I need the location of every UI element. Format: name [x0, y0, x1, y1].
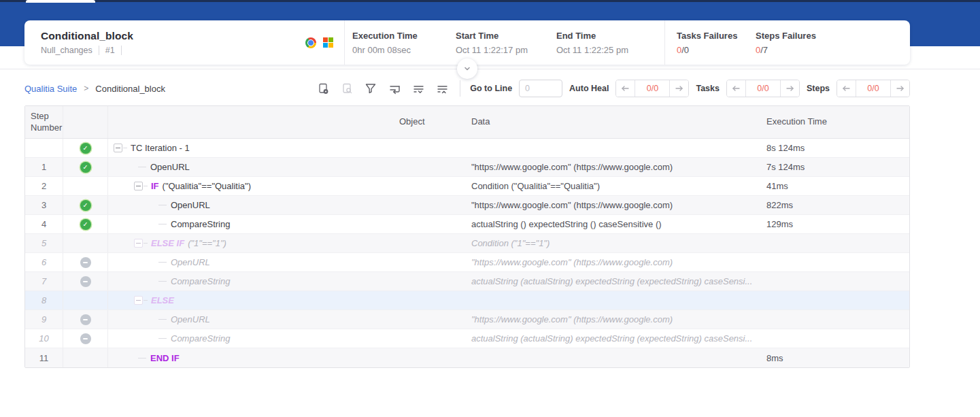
- keyword-label: ELSE: [151, 295, 174, 305]
- object-cell: [394, 253, 466, 271]
- data-cell: "https://www.google.com" (https://www.go…: [466, 253, 761, 271]
- table-row[interactable]: 11END IF8ms: [25, 348, 909, 367]
- metric-start-time: Start Time Oct 11 1:22:17 pm: [448, 20, 549, 65]
- auto-heal-label: Auto Heal: [569, 84, 609, 93]
- execution-time-cell: 822ms: [761, 196, 909, 214]
- metric-execution-time: Execution Time 0hr 00m 08sec: [345, 20, 448, 65]
- data-cell: actualString (actualString) expectedStri…: [466, 272, 761, 290]
- collapse-node-icon[interactable]: [134, 182, 143, 190]
- step-name-cell: END IF: [108, 348, 394, 367]
- tasks-stepper: 0/0: [726, 80, 800, 97]
- filter-icon[interactable]: [364, 82, 377, 95]
- object-cell: [394, 272, 466, 290]
- testcase-summary: Conditional_block Null_changes #1: [24, 20, 344, 65]
- table-row[interactable]: 4✓CompareStringactualString () expectedS…: [25, 215, 909, 234]
- header-object: Object: [394, 106, 466, 138]
- report-search-icon[interactable]: [340, 82, 354, 95]
- step-name-cell: OpenURL: [108, 253, 394, 271]
- object-cell: [394, 348, 466, 367]
- divider: [121, 46, 122, 55]
- pass-icon: ✓: [80, 162, 91, 173]
- step-number-cell: 3: [25, 196, 63, 214]
- execution-time-cell: [761, 310, 909, 329]
- step-name-label: TC Iteration - 1: [131, 143, 190, 153]
- header-name: [108, 106, 394, 138]
- step-name-cell: CompareString: [108, 272, 394, 290]
- table-row[interactable]: 3✓OpenURL"https://www.google.com" (https…: [25, 196, 909, 215]
- step-name-label: ("Qualitia"=="Qualitia"): [163, 181, 251, 191]
- steps-next-button[interactable]: [891, 80, 909, 97]
- step-name-label: CompareString: [171, 276, 230, 286]
- collapse-node-icon[interactable]: [114, 144, 122, 152]
- execution-time-cell: 8s 124ms: [761, 139, 909, 157]
- collapse-node-icon[interactable]: [134, 239, 143, 248]
- collapse-all-icon[interactable]: [435, 82, 449, 95]
- skip-icon: [80, 314, 91, 325]
- divider: [460, 80, 460, 97]
- tasks-next-button[interactable]: [781, 80, 799, 97]
- breadcrumb-current: Conditional_block: [95, 84, 165, 94]
- object-cell: [394, 177, 466, 195]
- execution-time-cell: [761, 291, 909, 310]
- tree-connector: [158, 338, 167, 339]
- step-name-cell: ELSE IF("1"=="1"): [108, 234, 394, 252]
- report-toolbar: Go to Line Auto Heal 0/0 Tasks 0/0 Steps…: [316, 80, 910, 97]
- collapse-node-icon[interactable]: [134, 296, 143, 305]
- tree-connector: [158, 281, 167, 282]
- auto-heal-prev-button[interactable]: [616, 80, 635, 97]
- expand-all-icon[interactable]: [411, 82, 425, 95]
- step-number-cell: 2: [25, 177, 63, 195]
- header-execution-time: Execution Time: [761, 106, 909, 138]
- goto-line-icon[interactable]: [388, 82, 401, 95]
- auto-heal-next-button[interactable]: [670, 80, 688, 97]
- execution-time-cell: [761, 329, 909, 348]
- testcase-title: Conditional_block: [41, 30, 344, 42]
- table-row[interactable]: 8ELSE: [25, 291, 909, 310]
- table-row[interactable]: 10CompareStringactualString (actualStrin…: [25, 329, 909, 348]
- windows-icon: [323, 37, 333, 48]
- data-cell: [466, 291, 761, 310]
- active-tab-indicator[interactable]: [26, 0, 95, 3]
- table-row[interactable]: 6OpenURL"https://www.google.com" (https:…: [25, 253, 909, 272]
- skip-icon: [80, 333, 91, 344]
- steps-prev-button[interactable]: [837, 80, 856, 97]
- tasks-counter: 0/0: [745, 80, 781, 97]
- collapse-summary-button[interactable]: [457, 59, 477, 79]
- status-cell: [63, 329, 108, 348]
- keyword-label: ELSE IF: [151, 238, 184, 248]
- metric-end-time: End Time Oct 11 1:22:25 pm: [549, 20, 664, 65]
- table-row[interactable]: 9OpenURL"https://www.google.com" (https:…: [25, 310, 909, 329]
- tree-connector: [123, 148, 127, 148]
- metric-steps-failures: Steps Failures 0/7: [744, 20, 846, 65]
- step-number-cell: [25, 139, 63, 157]
- skip-icon: [80, 276, 91, 287]
- table-row[interactable]: 2IF("Qualitia"=="Qualitia")Condition ("Q…: [25, 177, 909, 196]
- header-step-number: Step Number: [25, 106, 63, 138]
- data-cell: Condition ("Qualitia"=="Qualitia"): [466, 177, 761, 195]
- header-status: [63, 106, 108, 138]
- goto-line-input[interactable]: [519, 80, 562, 97]
- execution-time-cell: [761, 272, 909, 290]
- table-row[interactable]: 7CompareStringactualString (actualString…: [25, 272, 909, 291]
- object-cell: [394, 291, 466, 310]
- step-name-cell: CompareString: [108, 329, 394, 348]
- status-cell: [63, 272, 108, 290]
- window-top-edge: [0, 0, 980, 2]
- tree-connector: [143, 243, 148, 244]
- table-header-row: Step Number Object Data Execution Time: [25, 106, 909, 139]
- chevron-down-icon: [462, 64, 472, 73]
- table-row[interactable]: ✓TC Iteration - 18s 124ms: [25, 139, 909, 158]
- tasks-total-count: /0: [681, 45, 689, 55]
- report-settings-icon[interactable]: [316, 82, 330, 95]
- step-name-label: CompareString: [171, 333, 230, 344]
- tasks-prev-button[interactable]: [727, 80, 745, 97]
- breadcrumb-suite-link[interactable]: Qualitia Suite: [24, 84, 77, 94]
- status-cell: [63, 348, 108, 367]
- step-number-cell: 7: [25, 272, 63, 290]
- keyword-label: IF: [151, 181, 159, 191]
- step-name-label: CompareString: [171, 219, 230, 229]
- status-cell: [63, 234, 108, 252]
- table-row[interactable]: 1✓OpenURL"https://www.google.com" (https…: [25, 158, 909, 177]
- table-row[interactable]: 5ELSE IF("1"=="1")Condition ("1"=="1"): [25, 234, 909, 253]
- step-name-label: OpenURL: [171, 200, 210, 210]
